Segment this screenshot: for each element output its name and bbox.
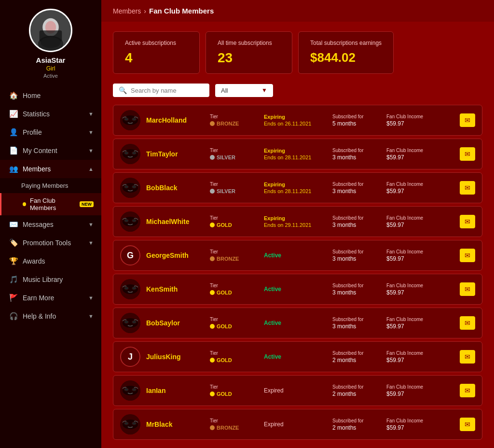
- message-button[interactable]: ✉: [460, 113, 475, 127]
- sidebar-item-music-label: Music Library: [23, 276, 63, 283]
- member-income: Fan Club Income$59.97: [386, 384, 435, 397]
- avatar: [120, 110, 140, 130]
- svg-point-29: [132, 219, 136, 222]
- member-tier: Tier GOLD: [210, 215, 258, 228]
- table-row: BobBlackTier SILVER ExpiringEnds on 28.1…: [113, 172, 482, 203]
- chevron-down-icon: ▼: [88, 111, 94, 117]
- filter-select[interactable]: All Active Expiring Expired: [221, 87, 260, 94]
- member-list: MarcHollandTier BRONZE ExpiringEnds on 2…: [113, 105, 482, 440]
- message-button[interactable]: ✉: [460, 316, 475, 330]
- table-row: KenSmithTier GOLD ActiveSubscribed for3 …: [113, 274, 482, 305]
- sidebar-item-messages-label: Messages: [23, 221, 54, 228]
- sidebar-item-members[interactable]: 👥 Members ▲: [0, 160, 101, 178]
- earn-more-icon: 🚩: [9, 294, 18, 302]
- message-button[interactable]: ✉: [460, 384, 475, 397]
- sidebar-item-help-label: Help & Info: [23, 312, 56, 320]
- sidebar-item-awards[interactable]: 🏆 Awards: [0, 252, 101, 270]
- profile-icon: 👤: [9, 128, 18, 137]
- sidebar-item-statistics-label: Statistics: [23, 110, 50, 118]
- sidebar-item-my-content[interactable]: 📄 My Content ▼: [0, 141, 101, 160]
- member-tier: Tier GOLD: [210, 350, 258, 363]
- member-name: TimTaylor: [146, 150, 204, 158]
- sidebar-item-profile-label: Profile: [23, 128, 42, 136]
- sidebar-item-profile[interactable]: 👤 Profile ▼: [0, 123, 101, 141]
- member-subscribed-for: Subscribed for2 months: [332, 350, 381, 364]
- member-name: MichaelWhite: [146, 218, 204, 225]
- message-button[interactable]: ✉: [460, 147, 475, 161]
- message-button[interactable]: ✉: [460, 350, 475, 364]
- earnings-value: $844.02: [310, 50, 382, 65]
- svg-point-46: [124, 388, 128, 391]
- sidebar-item-paying-members[interactable]: Paying Members: [0, 178, 101, 193]
- member-income: Fan Club Income$59.97: [386, 182, 435, 195]
- table-row: IanIanTier GOLD ExpiredSubscribed for2 m…: [113, 375, 482, 406]
- sidebar-item-earn-more[interactable]: 🚩 Earn More ▼: [0, 289, 101, 307]
- member-income: Fan Club Income$59.97: [386, 317, 435, 330]
- svg-point-47: [132, 388, 136, 391]
- svg-point-34: [124, 287, 128, 290]
- member-income: Fan Club Income$59.97: [386, 114, 435, 127]
- chevron-down-icon: ▼: [88, 313, 94, 319]
- member-tier: Tier GOLD: [210, 384, 258, 397]
- chevron-up-icon: ▲: [88, 166, 94, 172]
- member-tier: Tier SILVER: [210, 148, 258, 160]
- sidebar-item-messages[interactable]: ✉️ Messages ▼: [0, 215, 101, 234]
- member-income: Fan Club Income$59.97: [386, 350, 435, 364]
- sidebar-item-fan-club-members[interactable]: Fan Club Members NEW: [0, 193, 101, 215]
- member-tier: Tier GOLD: [210, 317, 258, 329]
- member-name: GeorgeSmith: [146, 252, 204, 259]
- member-income: Fan Club Income$59.97: [386, 418, 435, 431]
- svg-point-17: [132, 152, 136, 154]
- filter-dropdown-wrap[interactable]: All Active Expiring Expired ▼: [215, 84, 273, 97]
- svg-point-41: [132, 321, 136, 323]
- member-name: BobBlack: [146, 184, 204, 192]
- table-row: MarcHollandTier BRONZE ExpiringEnds on 2…: [113, 105, 482, 136]
- chevron-down-icon: ▼: [88, 222, 94, 227]
- member-income: Fan Club Income$59.97: [386, 148, 435, 161]
- stat-card-all-time: All time subscriptions 23: [206, 31, 292, 74]
- message-button[interactable]: ✉: [460, 249, 475, 262]
- sidebar-item-home[interactable]: 🏠 Home: [0, 86, 101, 105]
- avatar: G: [120, 245, 140, 266]
- table-row: GGeorgeSmithTier BRONZE ActiveSubscribed…: [113, 240, 482, 271]
- breadcrumb-parent[interactable]: Members: [113, 7, 141, 15]
- member-status: ExpiringEnds on 26.11.2021: [264, 114, 327, 126]
- search-icon: 🔍: [119, 86, 127, 94]
- sidebar-item-promotion-tools[interactable]: 🏷️ Promotion Tools ▼: [0, 234, 101, 252]
- member-tier: Tier GOLD: [210, 283, 258, 295]
- chevron-down-icon: ▼: [88, 129, 94, 135]
- home-icon: 🏠: [9, 91, 18, 100]
- member-tier: Tier BRONZE: [210, 418, 258, 431]
- svg-point-40: [124, 321, 128, 323]
- message-button[interactable]: ✉: [460, 282, 475, 296]
- sidebar-item-help-info[interactable]: 🎧 Help & Info ▼: [0, 307, 101, 325]
- sidebar-role: Girl: [46, 65, 55, 72]
- message-button[interactable]: ✉: [460, 215, 475, 228]
- sidebar-item-home-label: Home: [23, 92, 41, 99]
- statistics-icon: 📈: [9, 110, 18, 118]
- svg-point-11: [132, 118, 136, 121]
- member-name: BobSaylor: [146, 319, 204, 327]
- svg-point-52: [124, 422, 128, 425]
- chevron-down-icon: ▼: [88, 148, 94, 154]
- member-status: Expired: [264, 421, 327, 428]
- sidebar: AsiaStar Girl Active 🏠 Home 📈 Statistics…: [0, 0, 101, 448]
- search-input[interactable]: [131, 87, 203, 94]
- member-name: JuliusKing: [146, 353, 204, 361]
- message-button[interactable]: ✉: [460, 181, 475, 195]
- table-row: MrBlackTier BRONZE ExpiredSubscribed for…: [113, 409, 482, 440]
- sidebar-item-music-library[interactable]: 🎵 Music Library: [0, 270, 101, 289]
- filter-row: 🔍 All Active Expiring Expired ▼: [113, 84, 482, 97]
- stat-card-earnings: Total subscriptions earnings $844.02: [298, 31, 394, 74]
- message-button[interactable]: ✉: [460, 418, 475, 431]
- member-income: Fan Club Income$59.97: [386, 249, 435, 262]
- main-content: Members › Fan Club Members Active subscr…: [101, 0, 494, 448]
- sidebar-item-statistics[interactable]: 📈 Statistics ▼: [0, 105, 101, 123]
- table-row: JJuliusKingTier GOLD ActiveSubscribed fo…: [113, 341, 482, 372]
- stat-card-active: Active subscriptions 4: [113, 31, 200, 74]
- avatar: [120, 313, 140, 333]
- awards-icon: 🏆: [9, 257, 18, 266]
- member-status: ExpiringEnds on 28.11.2021: [264, 182, 327, 194]
- sidebar-item-members-label: Members: [23, 165, 51, 173]
- music-icon: 🎵: [9, 275, 18, 284]
